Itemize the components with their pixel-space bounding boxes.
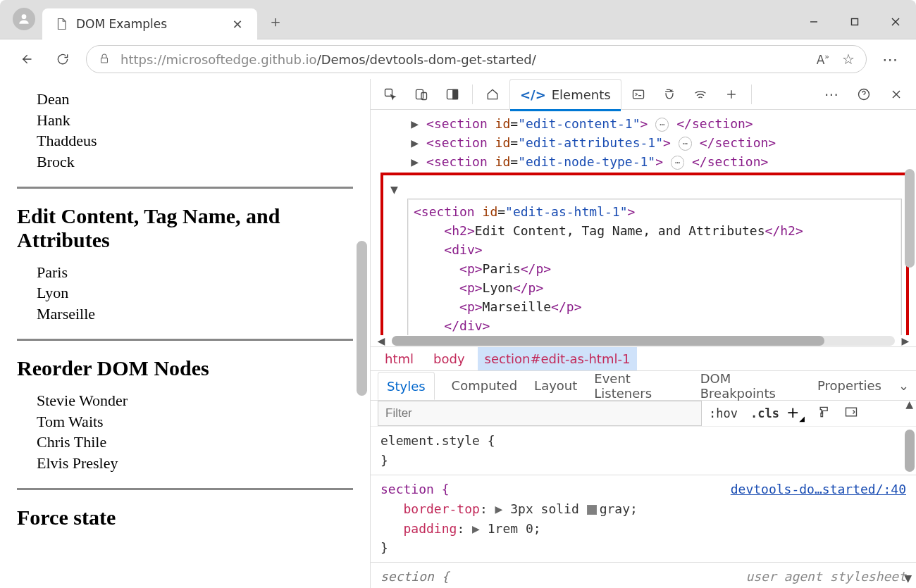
dom-tree[interactable]: ▶ <section id="edit-content-1"> ⋯ </sect…	[371, 110, 916, 335]
devtools-close-icon[interactable]	[882, 82, 910, 107]
inspect-icon[interactable]	[376, 82, 404, 107]
svg-rect-5	[101, 58, 108, 63]
page-pane: Dean Hank Thaddeus Brock Edit Content, T…	[0, 79, 370, 588]
divider	[17, 488, 353, 490]
new-style-rule-icon[interactable]: +◢	[786, 404, 805, 423]
dom-tree-hscroll[interactable]: ◀ ▶	[371, 335, 916, 346]
dom-breadcrumb: html body section#edit-as-html-1	[371, 346, 916, 371]
favorite-icon[interactable]: ☆	[842, 51, 855, 68]
maximize-button[interactable]	[834, 8, 875, 36]
device-toggle-icon[interactable]	[407, 82, 435, 107]
list-item: Lyon	[37, 282, 353, 304]
sources-icon[interactable]	[655, 82, 683, 107]
site-info-icon[interactable]	[98, 52, 111, 67]
settings-more-button[interactable]: ⋯	[877, 46, 903, 73]
svg-rect-11	[633, 90, 643, 99]
window-controls	[793, 8, 916, 36]
list-item: Brock	[37, 151, 353, 173]
styles-filter-input[interactable]	[378, 401, 702, 426]
window-close-button[interactable]	[875, 8, 916, 36]
list-item: Stevie Wonder	[37, 390, 353, 411]
svg-rect-17	[821, 413, 823, 417]
element-style-rule[interactable]: element.style { }	[380, 431, 906, 470]
devtools-toolbar: </> Elements ⋯	[371, 79, 916, 110]
edit-as-html-textarea[interactable]: <section id="edit-as-html-1"> <h2>Edit C…	[407, 199, 902, 335]
list-item: Marseille	[37, 304, 353, 325]
address-bar: https://microsoftedge.github.io/Demos/de…	[0, 39, 916, 79]
paint-icon[interactable]	[817, 405, 831, 421]
back-button[interactable]	[13, 46, 39, 73]
divider	[17, 187, 353, 189]
list-item: Elvis Presley	[37, 453, 353, 474]
scroll-up-icon[interactable]: ▲	[905, 394, 913, 414]
read-aloud-icon[interactable]: A»	[817, 52, 829, 67]
dock-icon[interactable]	[438, 82, 466, 107]
styles-tabs: Styles Computed Layout Event Listeners D…	[371, 371, 916, 401]
list-cities: Paris Lyon Marseille	[17, 262, 353, 325]
list-item: Dean	[37, 89, 353, 110]
list-item: Thaddeus	[37, 130, 353, 151]
console-icon[interactable]	[624, 82, 652, 107]
refresh-button[interactable]	[49, 46, 76, 73]
tab-dom-breakpoints[interactable]: DOM Breakpoints	[700, 371, 800, 401]
tab-computed[interactable]: Computed	[452, 378, 518, 393]
tab-properties[interactable]: Properties	[817, 378, 881, 393]
svg-rect-7	[416, 89, 423, 99]
minimize-button[interactable]	[793, 8, 834, 36]
cls-toggle[interactable]: .cls	[750, 406, 779, 420]
devtools-panel: </> Elements ⋯ ▶ <section id="edit-conte…	[370, 79, 916, 588]
heading-edit-content: Edit Content, Tag Name, and Attributes	[17, 204, 353, 252]
devtools-more-icon[interactable]: ⋯	[817, 82, 846, 107]
url-text: https://microsoftedge.github.io/Demos/de…	[120, 52, 536, 67]
svg-point-0	[22, 14, 27, 19]
edit-as-html-highlight: ▼ <section id="edit-as-html-1"> <h2>Edit…	[380, 173, 909, 335]
page-scrollbar[interactable]	[357, 241, 367, 396]
source-link[interactable]: devtools-do…started/:40	[731, 480, 906, 499]
new-tab-button[interactable]: ＋	[261, 8, 290, 36]
crumb-html[interactable]: html	[378, 347, 421, 370]
dom-tree-scrollbar[interactable]	[905, 169, 915, 268]
crumb-body[interactable]: body	[426, 347, 472, 370]
help-icon[interactable]	[850, 82, 878, 107]
divider	[17, 339, 353, 341]
tab-close-button[interactable]: ✕	[228, 14, 247, 34]
crumb-section[interactable]: section#edit-as-html-1	[478, 347, 638, 370]
dom-tree-node[interactable]: ▶ <section id="edit-content-1"> ⋯ </sect…	[380, 114, 909, 133]
heading-force-state: Force state	[17, 506, 353, 530]
page-icon	[55, 18, 68, 30]
hov-toggle[interactable]: :hov	[709, 406, 738, 420]
tab-layout[interactable]: Layout	[534, 378, 577, 393]
dom-tree-node[interactable]: ▶ <section id="edit-node-type-1"> ⋯ </se…	[380, 152, 909, 171]
svg-rect-18	[846, 408, 857, 417]
color-swatch-icon[interactable]	[587, 505, 597, 515]
url-box[interactable]: https://microsoftedge.github.io/Demos/de…	[86, 45, 867, 73]
chevron-down-icon[interactable]: ⌄	[898, 378, 909, 393]
styles-filter-row: :hov .cls +◢	[371, 401, 916, 427]
tab-styles[interactable]: Styles	[378, 372, 435, 400]
list-item: Chris Thile	[37, 432, 353, 453]
window-titlebar: DOM Examples ✕ ＋	[0, 0, 916, 39]
tab-title: DOM Examples	[76, 17, 219, 31]
elements-tab[interactable]: </> Elements	[509, 79, 621, 110]
svg-rect-2	[852, 19, 858, 25]
heading-reorder: Reorder DOM Nodes	[17, 356, 353, 380]
svg-rect-10	[453, 89, 458, 99]
computed-sidebar-icon[interactable]	[844, 405, 858, 421]
dom-tree-node[interactable]: ▶ <section id="edit-attributes-1"> ⋯ </s…	[380, 133, 909, 152]
browser-tab[interactable]: DOM Examples ✕	[42, 8, 257, 39]
code-icon: </>	[520, 87, 546, 102]
scroll-down-icon[interactable]: ▼	[904, 568, 912, 588]
styles-scrollbar[interactable]	[905, 430, 915, 472]
profile-icon[interactable]	[13, 8, 35, 30]
list-names-top: Dean Hank Thaddeus Brock	[17, 89, 353, 173]
tab-event-listeners[interactable]: Event Listeners	[594, 371, 683, 401]
network-icon[interactable]	[686, 82, 714, 107]
list-item: Hank	[37, 110, 353, 131]
more-tabs-icon[interactable]	[717, 82, 745, 107]
ua-section-rule: user agent stylesheet section {	[380, 567, 906, 587]
list-item: Tom Waits	[37, 411, 353, 432]
list-item: Paris	[37, 262, 353, 283]
welcome-tab-icon[interactable]	[478, 82, 507, 107]
section-rule[interactable]: devtools-do…started/:40 section { border…	[380, 480, 906, 558]
list-artists: Stevie Wonder Tom Waits Chris Thile Elvi…	[17, 390, 353, 474]
